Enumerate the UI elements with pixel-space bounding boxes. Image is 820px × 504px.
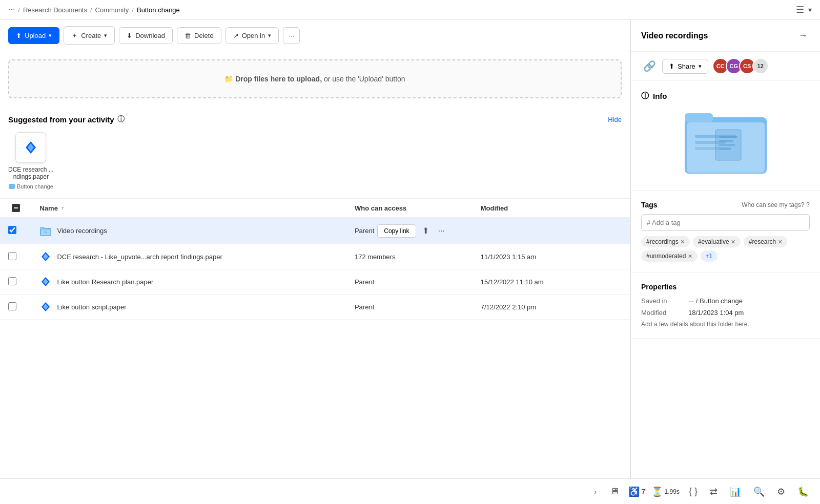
- monitor-icon[interactable]: 🖥: [607, 484, 622, 499]
- tag-unmoderated: #unmoderated ×: [641, 250, 698, 262]
- chart-icon[interactable]: 📊: [727, 484, 744, 499]
- row-file-name[interactable]: DCE research - Like_upvote...arch report…: [57, 253, 222, 261]
- table-header-checkbox[interactable]: [0, 199, 31, 218]
- main-layout: ⬆ Upload ▾ ＋ Create ▾ ⬇ Download 🗑 Delet…: [0, 20, 820, 478]
- copy-link-button[interactable]: Copy link: [377, 224, 416, 238]
- row-modified-cell: 7/12/2022 2:10 pm: [473, 295, 630, 320]
- accessibility-badge[interactable]: ♿ 7: [628, 486, 645, 497]
- tag-research: #research ×: [744, 236, 788, 247]
- search-enhance-icon[interactable]: 🔍: [750, 484, 768, 499]
- suggested-info-icon[interactable]: ⓘ: [117, 115, 125, 124]
- settings-icon[interactable]: ⚙: [774, 484, 788, 499]
- row-checkbox[interactable]: [8, 302, 16, 310]
- panel-arrow-icon[interactable]: →: [796, 28, 810, 43]
- row-checkbox[interactable]: [8, 252, 16, 260]
- tag-input[interactable]: [641, 214, 810, 231]
- download-icon: ⬇: [127, 32, 132, 39]
- row-file-name[interactable]: Video recordings: [57, 227, 107, 235]
- row-checkbox-cell[interactable]: [0, 269, 31, 295]
- upload-area-icon: 📁: [224, 75, 233, 83]
- suggested-title: Suggested from your activity ⓘ: [8, 115, 125, 124]
- tags-list: #recordings × #evaluative × #research × …: [641, 236, 810, 262]
- tag-remove-research[interactable]: ×: [778, 238, 782, 245]
- download-button[interactable]: ⬇ Download: [119, 27, 173, 44]
- create-button[interactable]: ＋ Create ▾: [64, 26, 115, 45]
- svg-rect-4: [40, 227, 45, 229]
- bug-icon[interactable]: 🐛: [794, 484, 812, 499]
- panel-title: Video recordings: [641, 31, 708, 40]
- tag-remove-recordings[interactable]: ×: [681, 238, 685, 245]
- tags-header: Tags Who can see my tags? ?: [641, 201, 810, 209]
- chevron-down-icon[interactable]: ▾: [808, 6, 812, 14]
- upload-button[interactable]: ⬆ Upload ▾: [8, 27, 59, 44]
- info-section: ⓘ Info: [631, 81, 820, 191]
- tags-help-link[interactable]: Who can see my tags? ?: [742, 201, 810, 208]
- row-access-cell: 172 members: [346, 244, 473, 269]
- trash-icon: 🗑: [184, 32, 191, 39]
- row-checkbox[interactable]: [8, 277, 16, 285]
- paper-icon: [39, 301, 52, 313]
- accessibility-count: 7: [642, 488, 645, 495]
- breadcrumb-bar: ··· / Research Documents / Community / B…: [0, 0, 820, 20]
- row-file-name[interactable]: Like button script.paper: [57, 303, 126, 311]
- hamburger-icon[interactable]: ☰: [796, 4, 804, 15]
- delete-button[interactable]: 🗑 Delete: [177, 27, 221, 44]
- tag-remove-unmoderated[interactable]: ×: [688, 253, 692, 260]
- tags-title: Tags: [641, 201, 658, 209]
- properties-section: Properties Saved in ··· / Button change …: [631, 272, 820, 339]
- suggested-item[interactable]: DCE research ... ndings.paper Button cha…: [8, 132, 54, 190]
- share-upload-icon: ⬆: [669, 62, 674, 70]
- properties-title: Properties: [641, 283, 810, 291]
- svg-text:≡: ≡: [45, 230, 47, 234]
- row-checkbox-cell[interactable]: [0, 295, 31, 320]
- breadcrumb-dots[interactable]: ···: [8, 5, 15, 14]
- accessibility-icon: ♿: [628, 486, 640, 497]
- checkbox-indeterminate[interactable]: [12, 204, 20, 212]
- row-access-text: 172 members: [355, 253, 395, 261]
- shuffle-icon[interactable]: ⇄: [707, 484, 721, 499]
- folder-preview: [641, 109, 810, 176]
- row-checkbox-cell[interactable]: [0, 244, 31, 269]
- drop-zone[interactable]: 📁 Drop files here to upload, or use the …: [8, 59, 622, 98]
- breadcrumb-current: Button change: [137, 6, 180, 14]
- link-icon-button[interactable]: 🔗: [641, 58, 658, 74]
- tag-remove-evaluative[interactable]: ×: [731, 238, 735, 245]
- hide-suggested-button[interactable]: Hide: [608, 116, 622, 123]
- row-modified-cell: 15/12/2022 11:10 am: [473, 269, 630, 295]
- panel-header-actions: →: [796, 28, 810, 43]
- table-header-name[interactable]: Name ↑: [31, 199, 346, 218]
- modified-value: 18/1/2023 1:04 pm: [688, 309, 744, 317]
- paper-icon: [39, 276, 52, 288]
- more-action-icon[interactable]: ···: [435, 224, 448, 238]
- more-button[interactable]: ···: [283, 27, 300, 44]
- toolbar: ⬆ Upload ▾ ＋ Create ▾ ⬇ Download 🗑 Delet…: [0, 20, 630, 51]
- tag-plus-one[interactable]: +1: [701, 250, 718, 262]
- svg-rect-24: [719, 144, 735, 146]
- breadcrumb-research-documents[interactable]: Research Documents: [23, 6, 87, 14]
- upload-icon: ⬆: [16, 32, 22, 39]
- table-row: DCE research - Like_upvote...arch report…: [0, 244, 630, 269]
- row-modified-cell: [473, 218, 630, 244]
- table-header-modified[interactable]: Modified: [473, 199, 630, 218]
- row-checkbox[interactable]: [8, 226, 16, 234]
- row-modified-text: 7/12/2022 2:10 pm: [481, 303, 536, 311]
- row-access-cell: Parent: [346, 295, 473, 320]
- row-checkbox-cell[interactable]: [0, 218, 31, 244]
- code-icon[interactable]: { }: [686, 484, 701, 499]
- info-title: ⓘ Info: [641, 91, 810, 101]
- share-button[interactable]: ⬆ Share ▾: [662, 59, 708, 74]
- saved-in-label: Saved in: [641, 297, 682, 305]
- property-modified: Modified 18/1/2023 1:04 pm: [641, 309, 810, 317]
- table-header-access[interactable]: Who can access: [346, 199, 473, 218]
- open-in-button[interactable]: ↗ Open in ▾: [225, 27, 279, 44]
- timer-badge[interactable]: ⏳ 1.99s: [651, 486, 680, 497]
- table-row: ≡ Video recordings Parent Copy link ⬆ ··…: [0, 218, 630, 244]
- breadcrumb-community[interactable]: Community: [95, 6, 129, 14]
- expand-button[interactable]: ›: [590, 486, 601, 498]
- timer-icon: ⏳: [651, 486, 663, 497]
- share-action-icon[interactable]: ⬆: [419, 224, 432, 238]
- drop-zone-bold: Drop files here to upload,: [235, 75, 322, 83]
- property-description[interactable]: Add a few details about this folder here…: [641, 321, 810, 328]
- row-file-name[interactable]: Like button Research plan.paper: [57, 278, 153, 286]
- avatars-group: CC CG CS 12: [712, 58, 769, 74]
